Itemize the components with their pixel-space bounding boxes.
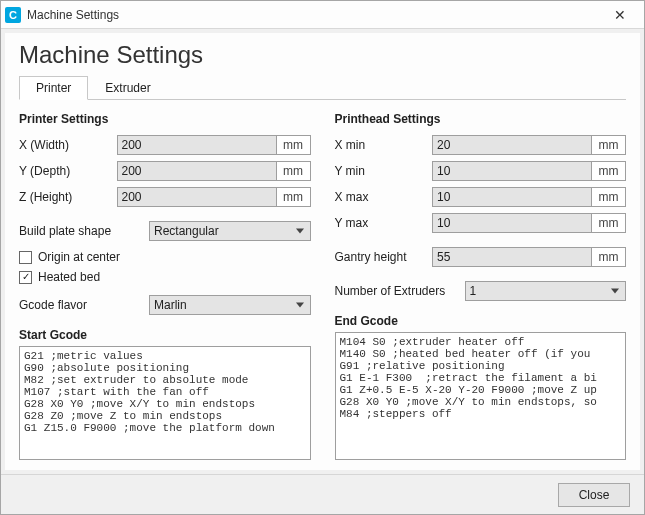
printhead-settings-heading: Printhead Settings <box>335 112 627 126</box>
row-num-extruders: Number of Extruders 1 <box>335 280 627 302</box>
label-build-plate: Build plate shape <box>19 224 149 238</box>
input-x-width[interactable] <box>117 135 277 155</box>
page-title: Machine Settings <box>19 41 626 69</box>
label-y-depth: Y (Depth) <box>19 164 117 178</box>
label-origin-center: Origin at center <box>38 250 120 264</box>
label-z-height: Z (Height) <box>19 190 117 204</box>
row-gantry: Gantry height mm <box>335 246 627 268</box>
row-build-plate: Build plate shape Rectangular <box>19 220 311 242</box>
tab-strip: Printer Extruder <box>19 75 626 100</box>
titlebar: C Machine Settings ✕ <box>1 1 644 29</box>
label-ymin: Y min <box>335 164 433 178</box>
input-xmin[interactable] <box>432 135 592 155</box>
input-ymax[interactable] <box>432 213 592 233</box>
dialog-window: C Machine Settings ✕ Machine Settings Pr… <box>0 0 645 515</box>
select-num-extruders[interactable]: 1 <box>465 281 627 301</box>
printer-settings-col: Printer Settings X (Width) mm Y (Depth) … <box>19 110 311 460</box>
row-gcode-flavor: Gcode flavor Marlin <box>19 294 311 316</box>
checkbox-origin-center[interactable] <box>19 251 32 264</box>
unit-mm: mm <box>592 187 626 207</box>
label-xmin: X min <box>335 138 433 152</box>
row-xmin: X min mm <box>335 134 627 156</box>
row-x-width: X (Width) mm <box>19 134 311 156</box>
checkbox-heated-bed[interactable]: ✓ <box>19 271 32 284</box>
chevron-down-icon <box>611 289 619 294</box>
content-area: Machine Settings Printer Extruder Printe… <box>5 33 640 470</box>
row-z-height: Z (Height) mm <box>19 186 311 208</box>
select-gcode-flavor-value: Marlin <box>154 298 187 312</box>
close-button[interactable]: Close <box>558 483 630 507</box>
row-ymax: Y max mm <box>335 212 627 234</box>
end-gcode-heading: End Gcode <box>335 314 627 328</box>
select-build-plate[interactable]: Rectangular <box>149 221 311 241</box>
unit-mm: mm <box>277 135 311 155</box>
textarea-start-gcode[interactable]: G21 ;metric values G90 ;absolute positio… <box>19 346 311 460</box>
row-heated-bed[interactable]: ✓ Heated bed <box>19 270 311 284</box>
label-heated-bed: Heated bed <box>38 270 100 284</box>
label-x-width: X (Width) <box>19 138 117 152</box>
label-gantry: Gantry height <box>335 250 433 264</box>
select-num-extruders-value: 1 <box>470 284 477 298</box>
close-icon[interactable]: ✕ <box>600 1 640 28</box>
label-num-extruders: Number of Extruders <box>335 284 465 298</box>
label-gcode-flavor: Gcode flavor <box>19 298 149 312</box>
printer-settings-heading: Printer Settings <box>19 112 311 126</box>
chevron-down-icon <box>296 229 304 234</box>
input-z-height[interactable] <box>117 187 277 207</box>
tab-extruder[interactable]: Extruder <box>88 76 167 100</box>
unit-mm: mm <box>277 161 311 181</box>
textarea-end-gcode[interactable]: M104 S0 ;extruder heater off M140 S0 ;he… <box>335 332 627 460</box>
input-y-depth[interactable] <box>117 161 277 181</box>
start-gcode-heading: Start Gcode <box>19 328 311 342</box>
label-xmax: X max <box>335 190 433 204</box>
select-gcode-flavor[interactable]: Marlin <box>149 295 311 315</box>
app-icon: C <box>5 7 21 23</box>
unit-mm: mm <box>592 247 626 267</box>
window-title: Machine Settings <box>27 8 600 22</box>
row-ymin: Y min mm <box>335 160 627 182</box>
unit-mm: mm <box>592 213 626 233</box>
label-ymax: Y max <box>335 216 433 230</box>
input-xmax[interactable] <box>432 187 592 207</box>
input-gantry[interactable] <box>432 247 592 267</box>
chevron-down-icon <box>296 303 304 308</box>
row-y-depth: Y (Depth) mm <box>19 160 311 182</box>
columns: Printer Settings X (Width) mm Y (Depth) … <box>19 110 626 460</box>
unit-mm: mm <box>277 187 311 207</box>
tab-printer[interactable]: Printer <box>19 76 88 100</box>
input-ymin[interactable] <box>432 161 592 181</box>
footer: Close <box>1 474 644 514</box>
row-origin-center[interactable]: Origin at center <box>19 250 311 264</box>
select-build-plate-value: Rectangular <box>154 224 219 238</box>
printhead-settings-col: Printhead Settings X min mm Y min mm <box>335 110 627 460</box>
unit-mm: mm <box>592 135 626 155</box>
unit-mm: mm <box>592 161 626 181</box>
row-xmax: X max mm <box>335 186 627 208</box>
